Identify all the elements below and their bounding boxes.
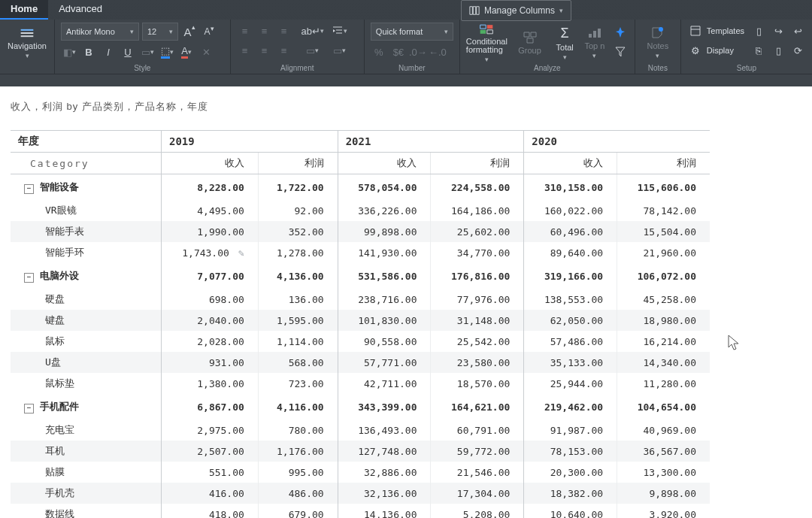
cell-value[interactable]: 568.00 — [258, 352, 338, 373]
cell-value[interactable]: 352.00 — [258, 221, 338, 242]
measure-header[interactable]: 利润 — [258, 153, 338, 174]
expander-icon[interactable]: − — [24, 184, 34, 194]
cell-value[interactable]: 486.00 — [258, 483, 338, 504]
cell-value[interactable]: 16,214.00 — [617, 331, 710, 352]
cell-value[interactable]: 21,960.00 — [617, 242, 710, 263]
cell-value[interactable]: 18,382.00 — [524, 483, 617, 504]
cell-value[interactable]: 1,743.00✎ — [162, 242, 259, 263]
cell-value[interactable]: 60,496.00 — [524, 221, 617, 242]
indent-icon[interactable]: ▾ — [332, 23, 348, 39]
cell-value[interactable]: 10,640.00 — [524, 504, 617, 518]
year-header[interactable]: 2021 — [338, 131, 524, 153]
outdent-icon[interactable]: ▭▾ — [332, 42, 348, 59]
cell-value[interactable]: 14,340.00 — [617, 352, 710, 373]
cell-value[interactable]: 3,920.00 — [617, 504, 710, 518]
cell-value[interactable]: 11,280.00 — [617, 373, 710, 394]
cell-value[interactable]: 42,711.00 — [338, 373, 431, 394]
align-bottom-icon[interactable]: ≡ — [276, 23, 292, 39]
cell-value[interactable]: 90,558.00 — [338, 331, 431, 352]
cell-value[interactable]: 20,300.00 — [524, 462, 617, 483]
cell-value[interactable]: 723.00 — [258, 373, 338, 394]
edit-icon[interactable]: ✎ — [234, 247, 244, 259]
quick-format-select[interactable]: Quick format▾ — [371, 23, 453, 41]
templates-icon[interactable] — [687, 23, 704, 39]
cell-value[interactable]: 15,504.00 — [617, 221, 710, 242]
tab-advanced[interactable]: Advanced — [48, 0, 113, 20]
cell-value[interactable]: 418.00 — [162, 504, 259, 518]
cell-value[interactable]: 7,077.00 — [162, 263, 259, 289]
product-row[interactable]: 贴膜 — [11, 462, 162, 483]
cell-value[interactable]: 238,716.00 — [338, 289, 431, 310]
product-row[interactable]: 硬盘 — [11, 289, 162, 310]
cell-value[interactable]: 1,595.00 — [258, 310, 338, 331]
cell-value[interactable]: 141,930.00 — [338, 242, 431, 263]
expander-icon[interactable]: − — [24, 273, 34, 283]
clipboard-icon[interactable]: ▯ — [770, 42, 786, 59]
cell-value[interactable]: 164,186.00 — [431, 200, 524, 221]
measure-header[interactable]: 利润 — [617, 153, 710, 174]
measure-header[interactable]: 利润 — [431, 153, 524, 174]
font-family-select[interactable]: Antikor Mono▾ — [61, 23, 139, 41]
cell-value[interactable]: 32,136.00 — [338, 483, 431, 504]
decrease-font-icon[interactable]: A▾ — [201, 23, 217, 40]
cell-value[interactable]: 25,944.00 — [524, 373, 617, 394]
product-row[interactable]: 数据线 — [11, 504, 162, 518]
cell-value[interactable]: 416.00 — [162, 483, 259, 504]
cell-value[interactable]: 34,770.00 — [431, 242, 524, 263]
cell-value[interactable]: 57,771.00 — [338, 352, 431, 373]
cell-value[interactable]: 89,640.00 — [524, 242, 617, 263]
cell-value[interactable]: 219,462.00 — [524, 394, 617, 420]
cell-value[interactable]: 6,867.00 — [162, 394, 259, 420]
export-icon[interactable]: ↪ — [770, 23, 786, 39]
cell-value[interactable]: 2,028.00 — [162, 331, 259, 352]
cell-value[interactable]: 1,176.00 — [258, 441, 338, 462]
cell-value[interactable]: 127,748.00 — [338, 441, 431, 462]
cell-value[interactable]: 780.00 — [258, 420, 338, 441]
cell-value[interactable]: 4,495.00 — [162, 200, 259, 221]
cell-value[interactable]: 18,980.00 — [617, 310, 710, 331]
product-row[interactable]: 手机壳 — [11, 483, 162, 504]
cell-value[interactable]: 5,208.00 — [431, 504, 524, 518]
cell-value[interactable]: 45,258.00 — [617, 289, 710, 310]
cell-value[interactable]: 4,116.00 — [258, 394, 338, 420]
notes-button[interactable]: Notes▾ — [641, 23, 674, 63]
cell-value[interactable]: 9,898.00 — [617, 483, 710, 504]
manage-columns-button[interactable]: Manage Columns ▾ — [461, 0, 571, 21]
cell-value[interactable]: 1,380.00 — [162, 373, 259, 394]
align-right-icon[interactable]: ≡ — [276, 42, 292, 59]
cell-value[interactable]: 8,228.00 — [162, 174, 259, 201]
cell-value[interactable]: 4,136.00 — [258, 263, 338, 289]
cell-value[interactable]: 336,226.00 — [338, 200, 431, 221]
cell-value[interactable]: 62,050.00 — [524, 310, 617, 331]
clear-format-button[interactable]: ✕ — [198, 44, 214, 60]
cell-value[interactable]: 531,586.00 — [338, 263, 431, 289]
group-button[interactable]: Group — [512, 23, 547, 63]
navigation-button[interactable]: Navigation ▾ — [6, 23, 48, 63]
conditional-formatting-button[interactable]: Conditional formatting▾ — [466, 23, 508, 63]
cell-value[interactable]: 343,399.00 — [338, 394, 431, 420]
cell-value[interactable]: 224,558.00 — [431, 174, 524, 201]
expander-icon[interactable]: − — [24, 404, 34, 413]
category-row[interactable]: −电脑外设 — [11, 263, 162, 289]
product-row[interactable]: 键盘 — [11, 310, 162, 331]
cell-value[interactable]: 115,606.00 — [617, 174, 710, 201]
measure-header[interactable]: 收入 — [524, 153, 617, 174]
currency-icon[interactable]: $€ — [390, 44, 407, 60]
merge-icon[interactable]: ▭▾ — [304, 42, 321, 59]
top-n-button[interactable]: Top n▾ — [582, 23, 607, 63]
page-setup-icon[interactable]: ▯ — [750, 23, 767, 39]
cell-value[interactable]: 78,142.00 — [617, 200, 710, 221]
cell-value[interactable]: 2,975.00 — [162, 420, 259, 441]
cell-value[interactable]: 17,304.00 — [431, 483, 524, 504]
cell-value[interactable]: 21,546.00 — [431, 462, 524, 483]
cell-value[interactable]: 35,133.00 — [524, 352, 617, 373]
tab-home[interactable]: Home — [0, 0, 48, 20]
cell-value[interactable]: 679.00 — [258, 504, 338, 518]
category-row[interactable]: −手机配件 — [11, 394, 162, 420]
year-header[interactable]: 2019 — [162, 131, 338, 153]
cell-value[interactable]: 104,654.00 — [617, 394, 710, 420]
align-middle-icon[interactable]: ≡ — [256, 23, 273, 39]
display-icon[interactable]: ⚙ — [687, 42, 704, 59]
cell-value[interactable]: 551.00 — [162, 462, 259, 483]
font-color-button[interactable]: A▾ — [178, 44, 195, 60]
